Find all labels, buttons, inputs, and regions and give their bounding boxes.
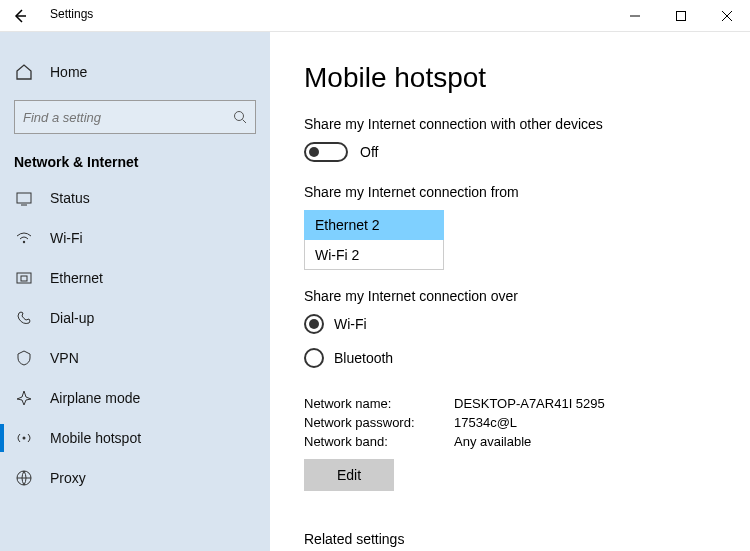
share-over-label: Share my Internet connection over [304,288,716,304]
sidebar: Home Network & Internet Status Wi-Fi Eth… [0,32,270,551]
dropdown-option[interactable]: Wi-Fi 2 [304,240,444,270]
svg-point-11 [23,437,26,440]
sidebar-home[interactable]: Home [0,52,270,92]
share-from-dropdown[interactable]: Ethernet 2 Wi-Fi 2 [304,210,444,270]
minimize-icon [630,11,640,21]
maximize-button[interactable] [658,0,704,32]
vpn-icon [14,348,34,368]
sidebar-item-label: Wi-Fi [50,230,83,246]
search-icon [233,110,247,124]
svg-rect-10 [21,276,27,281]
ethernet-icon [14,268,34,288]
sidebar-item-label: Airplane mode [50,390,140,406]
hotspot-icon [14,428,34,448]
sidebar-item-label: Status [50,190,90,206]
edit-button[interactable]: Edit [304,459,394,491]
sidebar-item-dialup[interactable]: Dial-up [0,298,270,338]
airplane-icon [14,388,34,408]
sidebar-item-label: Ethernet [50,270,103,286]
dropdown-option-selected[interactable]: Ethernet 2 [304,210,444,240]
radio-wifi[interactable]: Wi-Fi [304,314,716,334]
page-title: Mobile hotspot [304,62,716,94]
sidebar-item-label: Mobile hotspot [50,430,141,446]
arrow-left-icon [12,8,28,24]
network-band-value: Any available [454,434,531,449]
sidebar-home-label: Home [50,64,87,80]
network-band-key: Network band: [304,434,454,449]
share-toggle[interactable] [304,142,348,162]
maximize-icon [676,11,686,21]
search-box[interactable] [14,100,256,134]
sidebar-item-status[interactable]: Status [0,178,270,218]
sidebar-item-vpn[interactable]: VPN [0,338,270,378]
svg-line-5 [243,120,247,124]
radio-button[interactable] [304,314,324,334]
svg-rect-6 [17,193,31,203]
sidebar-item-proxy[interactable]: Proxy [0,458,270,498]
sidebar-item-label: Dial-up [50,310,94,326]
share-toggle-label: Share my Internet connection with other … [304,116,716,132]
close-button[interactable] [704,0,750,32]
sidebar-item-wifi[interactable]: Wi-Fi [0,218,270,258]
network-name-key: Network name: [304,396,454,411]
sidebar-item-label: Proxy [50,470,86,486]
app-title: Settings [50,7,93,21]
related-settings-header: Related settings [304,531,716,547]
close-icon [722,11,732,21]
wifi-icon [14,228,34,248]
share-from-label: Share my Internet connection from [304,184,716,200]
network-name-value: DESKTOP-A7AR41I 5295 [454,396,605,411]
svg-point-8 [23,241,25,243]
radio-label: Wi-Fi [334,316,367,332]
dialup-icon [14,308,34,328]
sidebar-item-label: VPN [50,350,79,366]
proxy-icon [14,468,34,488]
home-icon [14,62,34,82]
network-password-key: Network password: [304,415,454,430]
sidebar-item-hotspot[interactable]: Mobile hotspot [0,418,270,458]
back-button[interactable] [10,6,30,26]
sidebar-item-airplane[interactable]: Airplane mode [0,378,270,418]
radio-button[interactable] [304,348,324,368]
sidebar-item-ethernet[interactable]: Ethernet [0,258,270,298]
minimize-button[interactable] [612,0,658,32]
radio-bluetooth[interactable]: Bluetooth [304,348,716,368]
search-input[interactable] [23,110,233,125]
svg-rect-1 [677,11,686,20]
main-content: Mobile hotspot Share my Internet connect… [270,32,750,551]
network-password-value: 17534c@L [454,415,517,430]
radio-label: Bluetooth [334,350,393,366]
status-icon [14,188,34,208]
share-toggle-state: Off [360,144,378,160]
sidebar-section-header: Network & Internet [0,154,270,178]
svg-point-4 [235,112,244,121]
titlebar: Settings [0,0,750,32]
